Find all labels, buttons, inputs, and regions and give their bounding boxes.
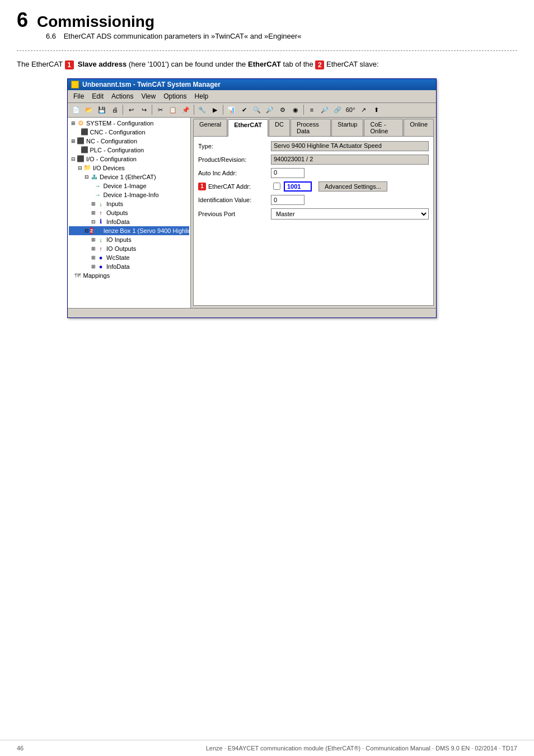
page-footer: 46 Lenze · E94AYCET communication module… — [0, 740, 534, 756]
tree-item-device1-image[interactable]: → Device 1-Image — [69, 181, 189, 190]
tb-btn16[interactable]: 🔎 — [264, 104, 276, 115]
tb-btn20[interactable]: 🔎 — [318, 104, 331, 115]
menu-help[interactable]: Help — [191, 91, 212, 101]
icon-io: ⬛ — [77, 155, 85, 163]
tab-content-ethercat: Type: Servo 9400 Highline TA Actuator Sp… — [193, 136, 434, 306]
tabs-row: General EtherCAT DC Process Data Startup… — [191, 118, 436, 136]
slave-address-bold: Slave address — [78, 60, 127, 68]
expand-device1-image — [91, 183, 93, 189]
badge-1: 1 — [65, 60, 74, 69]
expand-inputs: ⊞ — [91, 201, 96, 207]
menu-options[interactable]: Options — [160, 91, 190, 101]
right-panel: General EtherCAT DC Process Data Startup… — [191, 118, 436, 308]
tree-item-lenze-box[interactable]: ⊟ 2 □ lenze Box 1 (Servo 9400 Highline — [69, 226, 189, 235]
tree-item-io-devices[interactable]: ⊟ 📁 I/O Devices — [69, 164, 189, 172]
menu-view[interactable]: View — [138, 91, 159, 101]
tb-paste[interactable]: 📌 — [180, 104, 192, 115]
footer-text: Lenze · E94AYCET communication module (E… — [206, 745, 517, 752]
tb-save[interactable]: 💾 — [96, 104, 108, 115]
tb-cut[interactable]: ✂ — [154, 104, 166, 115]
chapter-subtitle: 6.6 EtherCAT ADS communication parameter… — [46, 32, 517, 40]
tree-item-outputs[interactable]: ⊞ ↑ Outputs — [69, 208, 189, 217]
tree-label-inputs: Inputs — [106, 200, 123, 207]
auto-inc-value[interactable]: 0 — [271, 168, 305, 178]
tb-btn11[interactable]: 🔧 — [196, 104, 208, 115]
tree-item-plc[interactable]: ⬛ PLC - Configuration — [69, 146, 189, 155]
expand-wcstate: ⊞ — [91, 255, 96, 260]
tb-btn17[interactable]: ⚙ — [277, 104, 289, 115]
tree-label-device1-image-info: Device 1-Image-Info — [104, 192, 159, 198]
identification-input[interactable] — [271, 195, 305, 205]
tb-copy[interactable]: 📋 — [167, 104, 179, 115]
prev-port-label: Previous Port — [198, 211, 271, 217]
tree-item-device1-image-info[interactable]: → Device 1-Image-Info — [69, 190, 189, 199]
tree-item-io-inputs[interactable]: ⊞ ↓ IO Inputs — [69, 235, 189, 244]
tree-item-io[interactable]: ⊟ ⬛ I/O - Configuration — [69, 155, 189, 164]
badge-2-intro: 2 — [315, 60, 324, 69]
tree-label-io-inputs: IO Inputs — [106, 236, 132, 243]
tab-online[interactable]: Online — [404, 119, 434, 136]
tb-btn19[interactable]: ≡ — [306, 104, 318, 115]
tb-btn21[interactable]: 🔗 — [331, 104, 344, 115]
tb-btn18[interactable]: ◉ — [289, 104, 302, 115]
prev-port-select[interactable]: Master — [271, 208, 429, 220]
sub-number: 6.6 — [46, 32, 56, 40]
tree-item-nc[interactable]: ⊞ ⬛ NC - Configuration — [69, 137, 189, 146]
tab-ethercat[interactable]: EtherCAT — [228, 119, 268, 137]
tree-item-infodata2[interactable]: ⊞ ● InfoData — [69, 262, 189, 271]
tab-process-data[interactable]: Process Data — [291, 119, 331, 136]
tree-item-io-outputs[interactable]: ⊞ ↑ IO Outputs — [69, 244, 189, 253]
expand-outputs: ⊞ — [91, 210, 96, 216]
tb-btn4[interactable]: 🖨 — [109, 104, 121, 115]
tree-item-system[interactable]: ⊞ ⚙ SYSTEM - Configuration — [69, 119, 189, 128]
addr-checkbox[interactable] — [273, 183, 280, 190]
menu-actions[interactable]: Actions — [108, 91, 137, 101]
tb-redo[interactable]: ↪ — [138, 104, 150, 115]
tb-btn13[interactable]: 📊 — [225, 104, 237, 115]
tab-dc[interactable]: DC — [269, 119, 290, 136]
expand-device1-image-info — [91, 192, 93, 198]
icon-device1: 🖧 — [90, 173, 98, 181]
tb-btn23[interactable]: ↗ — [357, 104, 369, 115]
tree-item-infodata1[interactable]: ⊟ ℹ InfoData — [69, 217, 189, 226]
tree-item-cnc[interactable]: ⬛ CNC - Configuration — [69, 128, 189, 137]
intro-before: The EtherCAT — [17, 60, 63, 68]
chapter-number: 6 — [17, 10, 28, 30]
main-content: ⊞ ⚙ SYSTEM - Configuration ⬛ CNC - Confi… — [68, 118, 436, 308]
advanced-settings-button[interactable]: Advanced Settings... — [318, 181, 387, 192]
prev-port-row: Previous Port Master — [198, 208, 429, 220]
icon-system: ⚙ — [77, 119, 85, 127]
ethercat-addr-input[interactable] — [284, 181, 312, 192]
expand-system: ⊞ — [71, 120, 76, 126]
tb-new[interactable]: 📄 — [70, 104, 82, 115]
menu-edit[interactable]: Edit — [88, 91, 107, 101]
ethercat-addr-label: EtherCAT Addr: — [208, 183, 270, 190]
tree-label-infodata1: InfoData — [106, 218, 130, 225]
tb-undo[interactable]: ↩ — [125, 104, 137, 115]
toolbar-sep-4 — [223, 105, 223, 115]
tb-btn14[interactable]: ✔ — [238, 104, 250, 115]
tree-label-nc: NC - Configuration — [86, 138, 137, 144]
tree-item-wcstate[interactable]: ⊞ ● WcState — [69, 253, 189, 262]
tree-item-device1[interactable]: ⊟ 🖧 Device 1 (EtherCAT) — [69, 172, 189, 181]
icon-io-inputs: ↓ — [97, 236, 105, 244]
tree-item-mappings[interactable]: 🗺 Mappings — [69, 271, 189, 280]
tb-btn22[interactable]: 60° — [344, 104, 357, 115]
tree-label-wcstate: WcState — [106, 254, 130, 261]
tab-coe-online[interactable]: CoE - Online — [364, 119, 403, 136]
tb-btn15[interactable]: 🔍 — [251, 104, 263, 115]
intro-after: tab of the — [283, 60, 313, 68]
tab-startup[interactable]: Startup — [331, 119, 363, 136]
menu-bar[interactable]: File Edit Actions View Options Help — [68, 90, 436, 103]
expand-infodata2: ⊞ — [91, 264, 96, 269]
expand-lenze-box: ⊟ — [85, 228, 89, 234]
tb-open[interactable]: 📂 — [83, 104, 95, 115]
tb-btn24[interactable]: ⬆ — [370, 104, 382, 115]
icon-mappings: 🗺 — [74, 272, 82, 279]
menu-file[interactable]: File — [70, 91, 87, 101]
tree-item-inputs[interactable]: ⊞ ↓ Inputs — [69, 199, 189, 208]
tree-label-cnc: CNC - Configuration — [90, 129, 146, 136]
tab-general[interactable]: General — [193, 119, 227, 136]
product-row: Product/Revision: 940023001 / 2 — [198, 155, 429, 165]
tb-btn12[interactable]: ▶ — [209, 104, 221, 115]
